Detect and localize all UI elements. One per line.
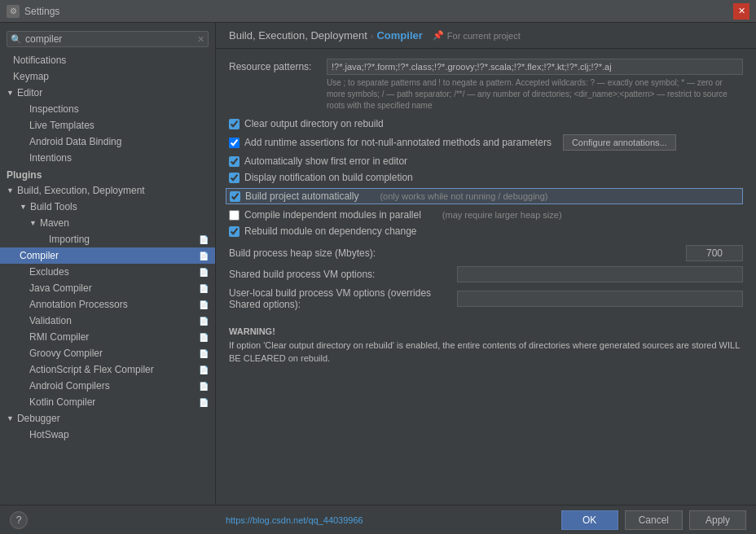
sidebar-item-inspections[interactable]: Inspections [0, 101, 215, 117]
sidebar-item-label: Android Compilers [29, 380, 110, 392]
rebuild-dependency-label[interactable]: Rebuild module on dependency change [244, 225, 417, 237]
resource-patterns-row: Resource patterns: Use ; to separate pat… [229, 59, 743, 112]
compile-parallel-checkbox[interactable] [229, 210, 240, 221]
page-icon: 📄 [199, 284, 209, 293]
sidebar-item-label: Inspections [29, 103, 79, 115]
parallel-note: (may require larger heap size) [442, 210, 562, 220]
breadcrumb: Build, Execution, Deployment › Compiler [229, 29, 423, 42]
search-input[interactable] [25, 33, 197, 45]
sidebar-item-notifications[interactable]: Notifications [0, 52, 215, 68]
breadcrumb-part2: Compiler [376, 29, 422, 42]
clear-output-checkbox[interactable] [229, 119, 240, 129]
heap-size-input[interactable] [686, 245, 743, 261]
bottom-bar: ? https://blog.csdn.net/qq_44039966 OK C… [0, 505, 756, 534]
sidebar-item-kotlin-compiler[interactable]: Kotlin Compiler 📄 [0, 394, 215, 410]
sidebar-item-label: Kotlin Compiler [29, 396, 95, 408]
sidebar: 🔍 ✕ Notifications Keymap ▼ Editor Inspec… [0, 23, 216, 505]
content-header: Build, Execution, Deployment › Compiler … [216, 23, 756, 49]
page-icon: 📄 [199, 365, 209, 374]
sidebar-group-editor[interactable]: ▼ Editor [0, 85, 215, 101]
option-runtime-assertions: Add runtime assertions for not-null-anno… [229, 134, 743, 151]
sidebar-item-excludes[interactable]: Excludes 📄 [0, 264, 215, 280]
show-first-error-checkbox[interactable] [229, 156, 240, 167]
for-project-text: For current project [447, 31, 521, 41]
resource-patterns-input[interactable] [327, 59, 743, 75]
triangle-icon: ▼ [29, 219, 37, 227]
url-display: https://blog.csdn.net/qq_44039966 [226, 515, 363, 525]
sidebar-item-label: Notifications [13, 55, 66, 66]
sidebar-item-label: Intentions [29, 152, 72, 164]
sidebar-item-actionscript-flex[interactable]: ActionScript & Flex Compiler 📄 [0, 361, 215, 378]
show-first-error-label[interactable]: Automatically show first error in editor [244, 155, 407, 167]
shared-vm-input[interactable] [457, 266, 743, 282]
for-project: 📌 For current project [433, 30, 521, 41]
sidebar-item-groovy-compiler[interactable]: Groovy Compiler 📄 [0, 345, 215, 361]
build-automatically-checkbox[interactable] [230, 191, 240, 202]
rebuild-dependency-checkbox[interactable] [229, 226, 240, 237]
heap-size-row: Build process heap size (Mbytes): [229, 245, 743, 261]
sidebar-group-label: Build, Execution, Deployment [17, 185, 145, 196]
sidebar-item-label: Keymap [13, 71, 49, 82]
sidebar-item-label: Groovy Compiler [29, 348, 103, 359]
user-local-vm-label: User-local build process VM options (ove… [229, 287, 457, 310]
ok-button[interactable]: OK [561, 510, 618, 530]
sidebar-item-hotswap[interactable]: HotSwap [0, 427, 215, 443]
sidebar-group-label: Build Tools [30, 201, 77, 212]
sidebar-group-label: Editor [17, 87, 42, 98]
sidebar-item-live-templates[interactable]: Live Templates [0, 117, 215, 134]
sidebar-item-android-compilers[interactable]: Android Compilers 📄 [0, 378, 215, 394]
page-icon: 📄 [199, 317, 209, 326]
search-box: 🔍 ✕ [0, 26, 215, 52]
sidebar-group-debugger[interactable]: ▼ Debugger [0, 410, 215, 427]
sidebar-item-label: ActionScript & Flex Compiler [29, 364, 154, 375]
sidebar-item-keymap[interactable]: Keymap [0, 68, 215, 85]
breadcrumb-sep: › [371, 31, 374, 41]
clear-output-label[interactable]: Clear output directory on rebuild [244, 118, 384, 129]
option-build-automatically: Build project automatically (only works … [226, 188, 743, 204]
sidebar-item-label: Java Compiler [29, 282, 92, 294]
build-auto-note: (only works while not running / debuggin… [380, 191, 547, 201]
sidebar-item-importing[interactable]: Importing 📄 [0, 231, 215, 247]
content-body: Resource patterns: Use ; to separate pat… [216, 49, 756, 375]
display-notification-checkbox[interactable] [229, 173, 240, 183]
apply-button[interactable]: Apply [689, 510, 746, 530]
sidebar-group-maven[interactable]: ▼ Maven [0, 215, 215, 231]
main-container: 🔍 ✕ Notifications Keymap ▼ Editor Inspec… [0, 23, 756, 505]
sidebar-group-build-execution[interactable]: ▼ Build, Execution, Deployment [0, 182, 215, 199]
page-icon: 📄 [199, 382, 209, 391]
runtime-assertions-label[interactable]: Add runtime assertions for not-null-anno… [244, 137, 552, 148]
option-compile-parallel: Compile independent modules in parallel … [229, 209, 743, 221]
search-clear-icon[interactable]: ✕ [197, 34, 204, 45]
sidebar-group-build-tools[interactable]: ▼ Build Tools [0, 199, 215, 215]
help-button[interactable]: ? [10, 511, 28, 529]
user-local-vm-row: User-local build process VM options (ove… [229, 287, 743, 310]
sidebar-item-intentions[interactable]: Intentions [0, 150, 215, 166]
display-notification-label[interactable]: Display notification on build completion [244, 172, 413, 183]
option-clear-output: Clear output directory on rebuild [229, 118, 743, 129]
page-icon: 📄 [199, 333, 209, 342]
sidebar-item-label: HotSwap [29, 429, 69, 440]
page-icon: 📄 [199, 398, 209, 407]
sidebar-item-rmi-compiler[interactable]: RMI Compiler 📄 [0, 329, 215, 345]
breadcrumb-part1: Build, Execution, Deployment [229, 29, 367, 42]
sidebar-item-validation[interactable]: Validation 📄 [0, 313, 215, 329]
close-button[interactable]: ✕ [733, 3, 749, 20]
runtime-assertions-checkbox[interactable] [229, 138, 240, 148]
sidebar-item-java-compiler[interactable]: Java Compiler 📄 [0, 280, 215, 296]
build-automatically-label[interactable]: Build project automatically [245, 190, 358, 202]
compile-parallel-label[interactable]: Compile independent modules in parallel [244, 209, 421, 221]
cancel-button[interactable]: Cancel [625, 510, 683, 530]
user-local-vm-input[interactable] [457, 291, 743, 307]
configure-annotations-button[interactable]: Configure annotations... [563, 134, 676, 151]
sidebar-section-label: Plugins [7, 169, 42, 181]
shared-vm-row: Shared build process VM options: [229, 266, 743, 282]
shared-vm-label: Shared build process VM options: [229, 269, 457, 280]
sidebar-item-label: Validation [29, 315, 72, 326]
sidebar-item-label: Annotation Processors [29, 299, 128, 310]
sidebar-item-compiler[interactable]: Compiler 📄 [0, 247, 215, 264]
option-display-notification: Display notification on build completion [229, 172, 743, 183]
sidebar-item-android-data-binding[interactable]: Android Data Binding [0, 134, 215, 150]
sidebar-item-label: Excludes [29, 266, 69, 278]
page-icon: 📄 [199, 300, 209, 309]
sidebar-item-annotation-processors[interactable]: Annotation Processors 📄 [0, 296, 215, 313]
